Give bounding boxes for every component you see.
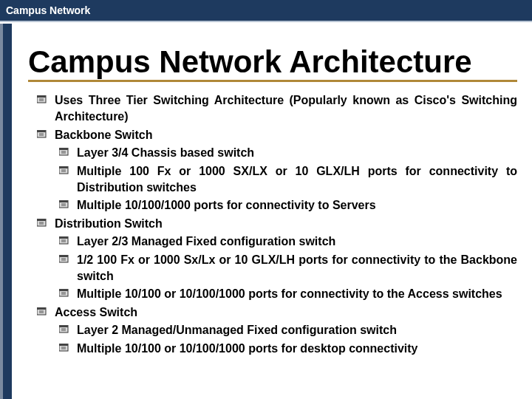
svg-rect-37 <box>37 307 46 310</box>
list-item: Distribution Switch <box>37 216 517 232</box>
bullet-icon <box>37 127 55 143</box>
bullet-icon <box>59 233 77 250</box>
side-strip <box>0 24 12 399</box>
bullet-icon <box>59 252 77 285</box>
svg-rect-13 <box>59 166 68 168</box>
bullet-icon <box>59 286 77 302</box>
bullet-icon <box>37 216 55 232</box>
sub-list-item-text: Layer 2/3 Managed Fixed configuration sw… <box>77 233 517 250</box>
sub-list-item: Multiple 10/100 or 10/100/1000 ports for… <box>59 286 517 302</box>
sub-list: Layer 2 Managed/Unmanaged Fixed configur… <box>37 322 517 357</box>
svg-rect-17 <box>59 200 68 202</box>
sub-list-item-text: Multiple 10/100/1000 ports for connectiv… <box>77 197 517 214</box>
bullet-icon <box>37 304 55 321</box>
bullet-icon <box>59 197 77 214</box>
sub-list-item-text: Multiple 10/100 or 10/100/1000 ports for… <box>77 286 517 302</box>
slide-content: Campus Network Architecture Uses Three T… <box>12 24 532 399</box>
list-item-text: Uses Three Tier Switching Architecture (… <box>55 92 517 126</box>
sub-list-item-text: 1/2 100 Fx or 1000 Sx/Lx or 10 GLX/LH po… <box>77 252 517 285</box>
svg-rect-1 <box>37 95 46 98</box>
sub-list-item-text: Layer 2 Managed/Unmanaged Fixed configur… <box>77 322 517 338</box>
svg-rect-9 <box>59 148 68 150</box>
bullet-icon <box>59 341 77 357</box>
list-item: Backbone Switch <box>37 127 517 143</box>
svg-rect-41 <box>59 325 68 327</box>
list-item-text: Access Switch <box>55 304 517 321</box>
list-item: Access Switch <box>37 304 517 321</box>
svg-rect-29 <box>59 255 68 257</box>
header-bar: Campus Network <box>0 0 532 22</box>
side-strip-inset <box>0 24 3 399</box>
svg-rect-45 <box>59 344 68 346</box>
svg-rect-5 <box>37 130 46 132</box>
bullet-icon <box>37 92 55 126</box>
sub-list-item: 1/2 100 Fx or 1000 Sx/Lx or 10 GLX/LH po… <box>59 252 517 285</box>
sub-list-item: Layer 2 Managed/Unmanaged Fixed configur… <box>59 322 517 338</box>
list-item: Uses Three Tier Switching Architecture (… <box>37 92 517 126</box>
bullet-icon <box>59 163 77 197</box>
svg-rect-25 <box>59 236 68 239</box>
svg-rect-33 <box>59 289 68 291</box>
sub-list-item: Layer 2/3 Managed Fixed configuration sw… <box>59 233 517 250</box>
list-item-text: Backbone Switch <box>55 127 517 143</box>
bullet-list: Uses Three Tier Switching Architecture (… <box>34 92 517 357</box>
sub-list-item-text: Multiple 100 Fx or 1000 SX/LX or 10 GLX/… <box>77 163 517 197</box>
slide-title: Campus Network Architecture <box>28 46 517 82</box>
sub-list-item: Multiple 100 Fx or 1000 SX/LX or 10 GLX/… <box>59 163 517 197</box>
svg-rect-21 <box>37 219 46 221</box>
sub-list: Layer 3/4 Chassis based switchMultiple 1… <box>37 145 517 214</box>
bullet-icon <box>59 322 77 338</box>
sub-list-item: Multiple 10/100/1000 ports for connectiv… <box>59 197 517 214</box>
sub-list-item-text: Layer 3/4 Chassis based switch <box>77 145 517 161</box>
sub-list-item-text: Multiple 10/100 or 10/100/1000 ports for… <box>77 341 517 357</box>
sub-list: Layer 2/3 Managed Fixed configuration sw… <box>37 233 517 303</box>
sub-list-item: Layer 3/4 Chassis based switch <box>59 145 517 161</box>
bullet-icon <box>59 145 77 161</box>
header-title: Campus Network <box>6 4 90 16</box>
list-item-text: Distribution Switch <box>55 216 517 232</box>
sub-list-item: Multiple 10/100 or 10/100/1000 ports for… <box>59 341 517 357</box>
